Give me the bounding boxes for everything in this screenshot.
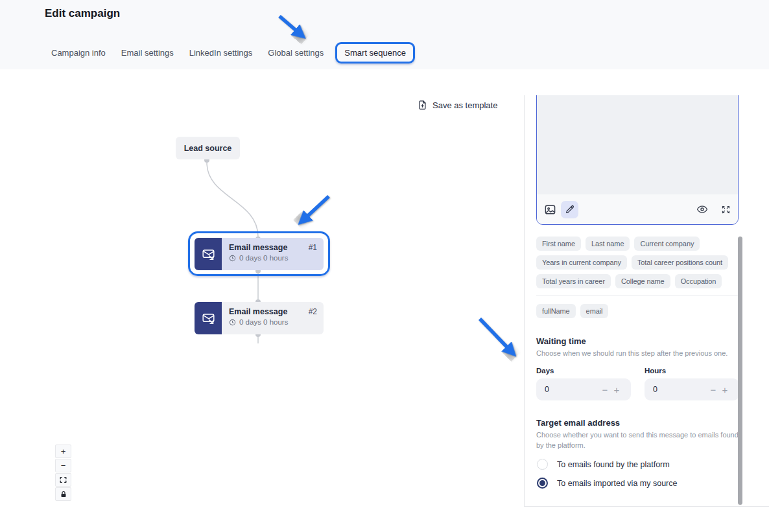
canvas-controls: + − <box>55 445 71 501</box>
merge-tags-section: First name Last name Current company Yea… <box>536 237 741 323</box>
email-node-title: Email message <box>229 243 287 252</box>
email-message-node-1[interactable]: Email message #1 0 days 0 hours <box>195 238 324 270</box>
merge-tag-chip[interactable]: Last name <box>586 237 630 251</box>
tab-linkedin-settings[interactable]: LinkedIn settings <box>189 48 253 58</box>
hours-input[interactable] <box>653 385 691 394</box>
target-email-title: Target email address <box>536 418 742 428</box>
page-title: Edit campaign <box>45 7 120 20</box>
email-node-index: #2 <box>309 307 317 316</box>
lead-source-label: Lead source <box>184 144 232 153</box>
tab-smart-sequence[interactable]: Smart sequence <box>344 48 406 58</box>
zoom-out-button[interactable]: − <box>55 459 71 472</box>
tab-bar: Campaign info Email settings LinkedIn se… <box>51 40 415 65</box>
merge-tag-chip[interactable]: Current company <box>634 237 700 251</box>
custom-tag-chip[interactable]: email <box>580 304 609 318</box>
chip-row: First name Last name Current company <box>536 237 741 251</box>
pencil-icon <box>565 204 575 214</box>
hours-label: Hours <box>645 367 739 375</box>
target-email-description: Choose whether you want to send this mes… <box>536 430 742 451</box>
email-node-timing: 0 days 0 hours <box>239 254 288 262</box>
days-decrement-button[interactable]: − <box>599 384 611 395</box>
email-node-body: Email message #2 0 days 0 hours <box>222 302 324 334</box>
email-node-icon-block <box>195 302 222 334</box>
merge-tag-chip[interactable]: Years in current company <box>536 255 627 270</box>
preview-button[interactable] <box>696 203 708 215</box>
radio-option-imported-emails[interactable]: To emails imported via my source <box>537 478 677 489</box>
email-node-timing: 0 days 0 hours <box>239 318 288 326</box>
page-header: Edit campaign Campaign info Email settin… <box>0 0 769 69</box>
eye-icon <box>696 203 708 215</box>
smart-sequence-highlight-ring: Smart sequence <box>335 42 415 64</box>
plus-icon: + <box>61 446 66 456</box>
radio-label: To emails found by the platform <box>557 460 670 469</box>
edit-mode-button[interactable] <box>561 201 578 218</box>
lead-source-node[interactable]: Lead source <box>176 137 240 159</box>
hours-field: Hours − + <box>645 367 739 400</box>
zoom-in-button[interactable]: + <box>55 445 71 458</box>
days-stepper: − + <box>536 378 631 400</box>
edit-campaign-page: Edit campaign Campaign info Email settin… <box>0 0 769 532</box>
chips-divider <box>536 295 739 295</box>
chip-row: Total years in career College name Occup… <box>536 274 741 288</box>
lock-button[interactable] <box>55 487 71 501</box>
message-editor-card[interactable] <box>536 95 739 225</box>
editor-toolbar <box>537 194 738 224</box>
insert-image-button[interactable] <box>544 203 556 216</box>
flow-edges <box>0 69 524 507</box>
radio-unselected-icon[interactable] <box>537 459 548 470</box>
days-label: Days <box>536 367 631 375</box>
merge-tag-chip[interactable]: Total years in career <box>536 274 611 288</box>
fullscreen-button[interactable] <box>721 205 731 214</box>
email-node-icon-block <box>195 238 222 270</box>
merge-tag-chip[interactable]: Occupation <box>675 274 722 288</box>
save-as-template-label: Save as template <box>432 100 497 110</box>
tab-campaign-info[interactable]: Campaign info <box>51 48 106 58</box>
step-settings-panel: First name Last name Current company Yea… <box>524 95 769 507</box>
email-node-title: Email message <box>229 307 287 316</box>
tab-global-settings[interactable]: Global settings <box>268 48 324 58</box>
radio-selected-icon[interactable] <box>537 478 548 489</box>
hours-decrement-button[interactable]: − <box>707 384 719 395</box>
sequence-canvas[interactable]: Save as template Lead source Email messa… <box>0 69 524 507</box>
tab-email-settings[interactable]: Email settings <box>121 48 174 58</box>
lock-icon <box>60 491 67 498</box>
fit-view-icon <box>59 476 67 484</box>
waiting-time-title: Waiting time <box>536 336 741 346</box>
chip-row: Years in current company Total career po… <box>536 255 741 270</box>
custom-tag-chip[interactable]: fullName <box>536 304 576 318</box>
envelope-send-icon <box>202 312 215 325</box>
email-node-body: Email message #1 0 days 0 hours <box>222 238 324 270</box>
minus-icon: − <box>61 461 66 470</box>
email-message-node-2[interactable]: Email message #2 0 days 0 hours <box>195 302 324 334</box>
file-plus-icon <box>418 100 427 110</box>
envelope-send-icon <box>202 248 215 261</box>
waiting-time-description: Choose when we should run this step afte… <box>536 349 741 359</box>
fit-view-button[interactable] <box>55 473 71 487</box>
save-as-template-button[interactable]: Save as template <box>418 100 497 110</box>
merge-tag-chip[interactable]: Total career positions count <box>632 255 728 270</box>
image-icon <box>544 203 556 216</box>
chip-row: fullName email <box>536 304 741 318</box>
clock-icon <box>229 319 236 326</box>
radio-label: To emails imported via my source <box>557 479 677 488</box>
days-input[interactable] <box>545 385 582 394</box>
merge-tag-chip[interactable]: College name <box>615 274 670 288</box>
clock-icon <box>229 255 236 262</box>
days-increment-button[interactable]: + <box>611 384 622 395</box>
hours-increment-button[interactable]: + <box>719 384 731 395</box>
target-email-section: Target email address Choose whether you … <box>536 418 742 451</box>
hours-stepper: − + <box>645 378 739 400</box>
merge-tag-chip[interactable]: First name <box>536 237 581 251</box>
days-field: Days − + <box>536 367 631 400</box>
radio-option-platform-emails[interactable]: To emails found by the platform <box>537 459 670 470</box>
panel-scrollbar-thumb[interactable] <box>738 237 742 505</box>
email-node-index: #1 <box>309 243 317 252</box>
waiting-time-section: Waiting time Choose when we should run t… <box>536 336 741 359</box>
expand-icon <box>721 205 731 214</box>
